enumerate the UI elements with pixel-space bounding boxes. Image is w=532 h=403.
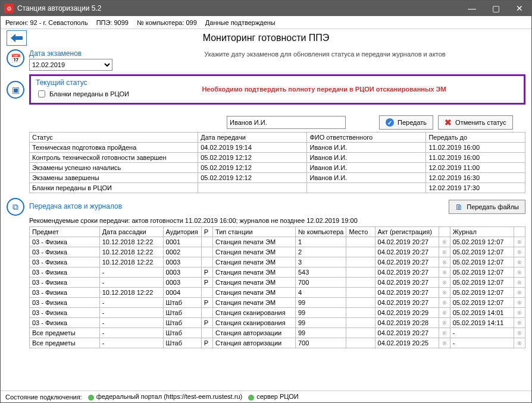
check-icon: ✓ [386, 118, 394, 127]
col-status: Статус [30, 133, 198, 143]
connection-label: Состояние подключения: [5, 393, 82, 401]
col-deadline: Передать до [426, 133, 525, 143]
delete-icon[interactable]: ⊗ [439, 267, 450, 278]
delete-icon[interactable]: ⊗ [514, 328, 525, 338]
exam-date-select[interactable]: 12.02.2019 [29, 59, 112, 71]
delete-icon[interactable]: ⊗ [439, 328, 450, 338]
delete-icon[interactable]: ⊗ [439, 338, 450, 348]
table-row[interactable]: 03 - Физика10.12.2018 12:220004Станция п… [30, 288, 525, 298]
delete-icon[interactable]: ⊗ [439, 257, 450, 267]
delete-icon[interactable]: ⊗ [439, 247, 450, 257]
calendar-icon: 📅 [7, 49, 24, 67]
window-title: Станция авторизации 5.2 [17, 4, 101, 12]
delete-icon[interactable]: ⊗ [439, 288, 450, 298]
transfer-title: Передача актов и журналов [29, 202, 122, 210]
col-subject: Предмет [30, 227, 100, 237]
close-button[interactable]: ✕ [508, 1, 531, 16]
transfer-table: Предмет Дата рассадки Аудитория Р Тип ст… [29, 226, 525, 348]
maximize-button[interactable]: ▢ [484, 1, 508, 16]
fio-input[interactable] [227, 116, 346, 129]
delete-icon[interactable]: ⊗ [439, 278, 450, 288]
table-row[interactable]: 03 - Физика-0003РСтанция печати ЭМ54304.… [30, 267, 525, 278]
table-row[interactable]: 03 - Физика10.12.2018 12:220002Станция п… [30, 247, 525, 257]
table-row[interactable]: 03 - Физика-ШтабСтанция сканирования9904… [30, 308, 525, 318]
cancel-icon: ✖ [445, 118, 452, 127]
titlebar: ⚙ Станция авторизации 5.2 — ▢ ✕ [1, 1, 531, 16]
delete-icon[interactable]: ⊗ [514, 278, 525, 288]
delete-icon[interactable]: ⊗ [439, 298, 450, 308]
delete-icon[interactable]: ⊗ [514, 237, 525, 247]
col-act-del [439, 227, 450, 237]
status-table: Статус Дата передачи ФИО ответственного … [29, 132, 525, 193]
table-row[interactable]: 03 - Физика10.12.2018 12:220003Станция п… [30, 257, 525, 267]
cancel-status-button[interactable]: ✖ Отменить статус [438, 115, 513, 130]
ppe-label: ППЭ: 9099 [96, 19, 129, 26]
col-journal-del [514, 227, 525, 237]
delete-icon[interactable]: ⊗ [514, 338, 525, 348]
delete-icon[interactable]: ⊗ [514, 247, 525, 257]
table-row[interactable]: Техническая подготовка пройдена04.02.201… [30, 143, 525, 153]
app-icon: ⚙ [4, 4, 14, 13]
table-row[interactable]: 03 - Физика-ШтабРСтанция печати ЭМ9904.0… [30, 298, 525, 308]
table-row[interactable]: 03 - Физика-ШтабРСтанция сканирования990… [30, 318, 525, 328]
send-files-button[interactable]: 🗎 Передать файлы [449, 200, 525, 214]
col-station-type: Тип станции [212, 227, 295, 237]
delete-icon[interactable]: ⊗ [514, 298, 525, 308]
delete-icon[interactable]: ⊗ [439, 318, 450, 328]
table-row[interactable]: Все предметы-ШтабСтанция авторизации9904… [30, 328, 525, 338]
header-info: Регион: 92 - г. Севастополь ППЭ: 9099 № … [1, 16, 531, 29]
recommended-dates: Рекомендуемые сроки передачи: актов гото… [29, 217, 525, 224]
col-send-date: Дата передачи [198, 133, 307, 143]
status-dot-green-icon [248, 395, 254, 401]
col-room: Аудитория [163, 227, 201, 237]
col-place: Место [346, 227, 375, 237]
delete-icon[interactable]: ⊗ [514, 308, 525, 318]
table-row[interactable]: Бланки переданы в РЦОИ12.02.2019 17:30 [30, 183, 525, 193]
delete-icon[interactable]: ⊗ [439, 237, 450, 247]
blanks-sent-checkbox[interactable]: Бланки переданы в РЦОИ [36, 89, 129, 99]
col-computer-no: № компьютера [295, 227, 346, 237]
minimize-button[interactable]: — [460, 1, 484, 16]
data-confirmed-label: Данные подтверждены [205, 19, 276, 26]
table-row[interactable]: 03 - Физика-0003РСтанция печати ЭМ70004.… [30, 278, 525, 288]
delete-icon[interactable]: ⊗ [514, 288, 525, 298]
file-icon: 🗎 [455, 203, 463, 212]
rcoi-server-status: сервер РЦОИ [248, 393, 298, 400]
page-title: Мониторинг готовности ППЭ [1, 33, 531, 43]
delete-icon[interactable]: ⊗ [514, 318, 525, 328]
delete-icon[interactable]: ⊗ [514, 257, 525, 267]
statusbar: Состояние подключения: федеральный порта… [1, 391, 531, 402]
exam-date-hint: Укажите дату экзаменов для обновления ст… [112, 49, 525, 58]
table-row[interactable]: Экзамены завершены05.02.2019 12:12Иванов… [30, 173, 525, 183]
computer-label: № компьютера: 099 [137, 19, 197, 26]
send-button[interactable]: ✓ Передать [379, 115, 433, 130]
status-icon: ▣ [7, 81, 24, 99]
table-row[interactable]: Все предметы-ШтабРСтанция авторизации700… [30, 338, 525, 348]
delete-icon[interactable]: ⊗ [514, 267, 525, 278]
col-journal: Журнал [450, 227, 514, 237]
federal-portal-status: федеральный портал (https://test-eem.rus… [88, 393, 243, 400]
table-row[interactable]: Экзамены успешно начались05.02.2019 12:1… [30, 163, 525, 173]
status-dot-green-icon [88, 395, 94, 401]
col-reserve: Р [201, 227, 212, 237]
exam-date-title: Дата экзаменов [29, 49, 112, 58]
transfer-icon: ⧉ [7, 198, 24, 216]
col-act: Акт (регистрация) [375, 227, 439, 237]
col-fio: ФИО ответственного [307, 133, 426, 143]
table-row[interactable]: Контроль технической готовности завершен… [30, 153, 525, 163]
region-label: Регион: 92 - г. Севастополь [5, 19, 88, 26]
col-seating-date: Дата рассадки [99, 227, 163, 237]
status-warning: Необходимо подтвердить полноту передачи … [129, 86, 519, 93]
delete-icon[interactable]: ⊗ [439, 308, 450, 318]
table-row[interactable]: 03 - Физика10.12.2018 12:220001Станция п… [30, 237, 525, 247]
current-status-title: Текущий статус [36, 78, 129, 87]
